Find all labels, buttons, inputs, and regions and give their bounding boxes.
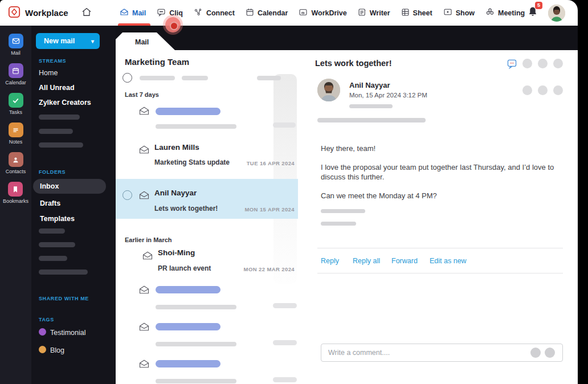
sidebar-item-tag-testimonial[interactable]: Testimonial [50, 329, 86, 337]
placeholder-bar [39, 256, 67, 261]
placeholder-bar [156, 305, 236, 309]
placeholder-bar [257, 76, 281, 80]
comments-icon[interactable] [507, 59, 517, 71]
message-sender: Anil Nayyar [154, 189, 197, 197]
mail-view-tab[interactable]: Mail [116, 32, 175, 50]
tab-label: Meeting [498, 9, 525, 17]
sidebar-item-drafts[interactable]: Drafts [40, 199, 60, 207]
user-avatar[interactable] [548, 5, 565, 22]
chevron-down-icon[interactable]: ▾ [91, 38, 100, 44]
tab-workdrive[interactable]: WorkDrive [299, 0, 346, 26]
body-paragraph: Can we meet the Monday at 4 PM? [321, 191, 437, 201]
navbar-right: 5 [528, 5, 578, 22]
sheet-icon [401, 8, 410, 18]
folders-section-label: FOLDERS [39, 169, 66, 175]
workplace-logo-icon [8, 6, 21, 21]
rail-label: Mail [11, 50, 21, 56]
tab-writer[interactable]: Writer [358, 0, 390, 26]
rail-item-notes[interactable]: Notes [9, 122, 23, 145]
comment-action-placeholder[interactable] [530, 348, 541, 358]
rail-item-tasks[interactable]: Tasks [9, 93, 23, 115]
tab-meeting[interactable]: Meeting [485, 0, 525, 26]
sidebar-item-zylker-creators[interactable]: Zylker Creators [39, 99, 91, 107]
inbox-label: Inbox [40, 182, 59, 190]
message-action-placeholder[interactable] [553, 85, 563, 95]
sidebar-item-all-unread[interactable]: All Unread [39, 84, 75, 92]
placeholder-bar [273, 340, 297, 345]
signature-placeholder-bar [321, 209, 365, 213]
message-subject-title: Lets work together! [315, 59, 392, 68]
notifications-button[interactable]: 5 [528, 6, 538, 19]
mail-tab-label: Mail [135, 38, 149, 46]
rail-label: Notes [9, 139, 23, 145]
toolbar-action-placeholder[interactable] [538, 59, 548, 68]
message-date: MON 22 MAR 2024 [244, 266, 295, 272]
rail-item-mail[interactable]: Mail [9, 34, 23, 56]
tab-label: Mail [132, 9, 146, 17]
mail-icon [120, 8, 129, 18]
placeholder-bar [39, 269, 88, 275]
mail-icon [9, 34, 23, 48]
calendar-icon [9, 63, 23, 78]
signature-placeholder-bar [321, 222, 356, 226]
placeholder-bar [273, 377, 297, 382]
shared-section-label: SHARED WITH ME [39, 296, 89, 301]
streams-section-label: STREAMS [39, 58, 66, 64]
rail-label: Contacts [6, 169, 26, 174]
select-all-checkbox[interactable] [122, 73, 132, 83]
tab-show[interactable]: Show [443, 0, 475, 26]
app-window: Workplace Mail Cliq Connect Calendar [0, 0, 578, 384]
sidebar-item-tag-blog[interactable]: Blog [50, 346, 64, 354]
message-subject: PR launch event [158, 264, 211, 272]
sidebar-item-templates[interactable]: Templates [40, 215, 75, 223]
tab-sheet[interactable]: Sheet [401, 0, 432, 26]
message-checkbox[interactable] [122, 190, 132, 200]
reply-all-link[interactable]: Reply all [353, 257, 380, 265]
mail-list-item-selected[interactable]: Anil Nayyar Lets work together! MON 15 A… [116, 179, 298, 219]
placeholder-bar [39, 228, 65, 234]
person-icon [9, 152, 23, 167]
tab-mail[interactable]: Mail [120, 0, 146, 26]
sidebar-item-inbox[interactable]: Inbox [33, 179, 106, 194]
sidebar-item-home[interactable]: Home [39, 69, 58, 77]
sender-avatar-image [317, 79, 340, 101]
brand-name: Workplace [25, 8, 68, 18]
check-icon [9, 93, 23, 108]
toolbar-action-placeholder[interactable] [522, 59, 532, 68]
edit-as-new-link[interactable]: Edit as new [430, 257, 467, 265]
group-label: Last 7 days [125, 91, 159, 98]
new-mail-label: New mail [44, 37, 75, 45]
drive-icon [299, 8, 308, 18]
new-mail-button[interactable]: New mail ▾ [36, 33, 100, 49]
rail-item-calendar[interactable]: Calendar [5, 63, 26, 85]
comment-input[interactable] [328, 344, 516, 361]
rail-item-contacts[interactable]: Contacts [6, 152, 26, 174]
placeholder-bar [156, 379, 236, 383]
placeholder-sender-bar [156, 108, 220, 115]
placeholder-bar [39, 242, 75, 247]
message-date: TUE 16 APR 2024 [247, 160, 295, 166]
meeting-icon [485, 7, 495, 18]
rail-item-bookmarks[interactable]: Bookmarks [3, 182, 28, 204]
reply-link[interactable]: Reply [321, 257, 339, 265]
mail-tab-strip: Mail [116, 26, 578, 50]
group-label: Earlier in March [125, 236, 172, 243]
toolbar-action-placeholder[interactable] [553, 59, 563, 68]
comment-action-placeholder[interactable] [545, 348, 555, 358]
placeholder-bar [156, 124, 236, 129]
message-action-placeholder[interactable] [538, 85, 548, 95]
tab-label: Show [456, 9, 475, 17]
envelope-icon [138, 106, 150, 118]
envelope-icon [138, 145, 150, 157]
brand[interactable]: Workplace [8, 6, 81, 21]
forward-link[interactable]: Forward [391, 257, 418, 265]
tab-connect[interactable]: Connect [194, 0, 235, 26]
tab-calendar[interactable]: Calendar [246, 0, 288, 26]
message-action-placeholder[interactable] [522, 85, 532, 95]
envelope-icon [138, 190, 150, 202]
home-button[interactable] [81, 6, 92, 20]
writer-icon [358, 8, 366, 18]
show-icon [443, 8, 452, 18]
tag-color-dot [39, 328, 46, 336]
calendar-icon [246, 8, 254, 18]
